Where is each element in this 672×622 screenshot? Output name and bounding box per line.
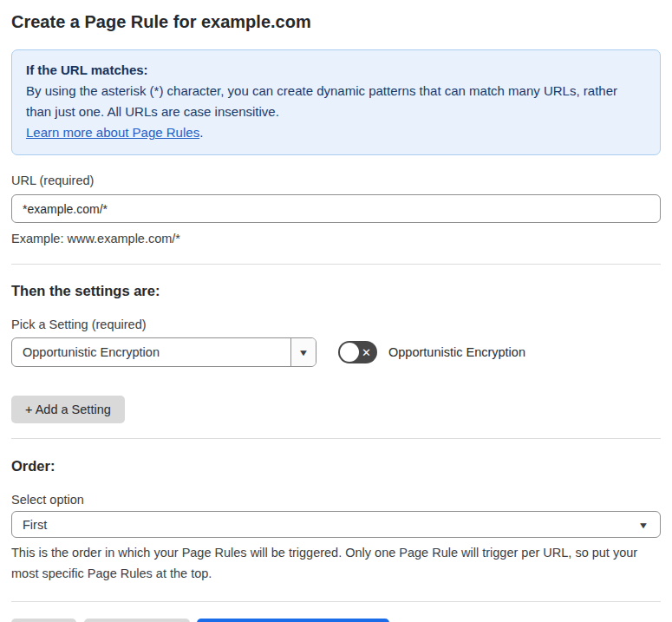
order-select-label: Select option [11,493,661,507]
setting-dropdown-value[interactable]: Opportunistic Encryption [12,338,290,366]
url-example-helper: Example: www.example.com/* [11,228,661,249]
toggle-knob [340,343,359,362]
learn-more-link[interactable]: Learn more about Page Rules [26,125,199,140]
setting-dropdown-arrow-button[interactable]: ▼ [290,338,316,366]
divider [11,601,661,602]
divider [11,264,661,265]
toggle-off-x-icon: ✕ [362,347,371,358]
save-and-deploy-button[interactable]: Save and Deploy Page Rule [197,619,389,622]
chevron-down-icon: ▼ [638,520,649,529]
divider [11,438,661,439]
info-box-link-line: Learn more about Page Rules. [26,122,646,143]
opportunistic-encryption-toggle[interactable]: ✕ [338,341,377,363]
chevron-down-icon: ▼ [298,348,310,357]
page-title: Create a Page Rule for example.com [11,11,661,33]
create-page-rule-form: Create a Page Rule for example.com If th… [0,11,672,622]
setting-dropdown[interactable]: Opportunistic Encryption ▼ [11,337,316,367]
footer-actions: Cancel Save as Draft Save and Deploy Pag… [11,619,661,622]
add-setting-button[interactable]: + Add a Setting [11,396,125,423]
info-box-body: By using the asterisk (*) character, you… [26,81,646,122]
order-section-heading: Order: [11,458,661,475]
order-select[interactable]: First ▼ [11,511,661,538]
cancel-button[interactable]: Cancel [11,619,76,622]
link-period: . [199,125,203,140]
info-box-heading: If the URL matches: [26,60,646,81]
toggle-label: Opportunistic Encryption [388,345,525,359]
order-helper-text: This is the order in which your Page Rul… [11,542,660,584]
setting-row: Opportunistic Encryption ▼ ✕ Opportunist… [11,337,661,367]
url-field-label: URL (required) [11,174,661,187]
settings-section-heading: Then the settings are: [11,283,661,299]
save-as-draft-button[interactable]: Save as Draft [84,619,190,622]
order-select-value: First [23,518,47,532]
url-matches-info-box: If the URL matches: By using the asteris… [11,49,661,155]
url-input[interactable] [11,194,661,223]
pick-setting-label: Pick a Setting (required) [11,318,661,331]
